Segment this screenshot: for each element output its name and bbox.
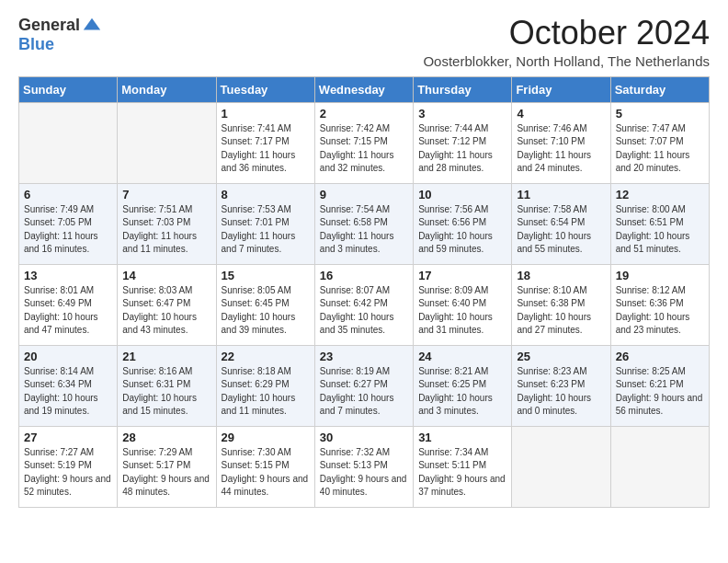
day-number: 14: [122, 269, 210, 282]
calendar-day-cell: 20Sunrise: 8:14 AMSunset: 6:34 PMDayligh…: [19, 345, 118, 426]
calendar-day-cell: 4Sunrise: 7:46 AMSunset: 7:10 PMDaylight…: [512, 102, 610, 183]
calendar-day-cell: 17Sunrise: 8:09 AMSunset: 6:40 PMDayligh…: [414, 264, 512, 345]
day-info: Sunrise: 8:03 AMSunset: 6:47 PMDaylight:…: [122, 284, 210, 338]
day-number: 12: [616, 188, 704, 201]
day-number: 20: [24, 350, 112, 363]
logo: General Blue: [18, 15, 102, 54]
calendar-day-cell: 22Sunrise: 8:18 AMSunset: 6:29 PMDayligh…: [216, 345, 314, 426]
day-info: Sunrise: 8:16 AMSunset: 6:31 PMDaylight:…: [122, 365, 210, 419]
calendar-day-cell: 21Sunrise: 8:16 AMSunset: 6:31 PMDayligh…: [118, 345, 216, 426]
month-title: October 2024: [423, 15, 710, 52]
day-number: 6: [24, 188, 112, 201]
day-info: Sunrise: 7:44 AMSunset: 7:12 PMDaylight:…: [418, 122, 506, 176]
day-info: Sunrise: 7:30 AMSunset: 5:15 PMDaylight:…: [222, 446, 310, 500]
day-number: 22: [222, 350, 310, 363]
day-info: Sunrise: 7:49 AMSunset: 7:05 PMDaylight:…: [24, 203, 112, 257]
day-info: Sunrise: 7:47 AMSunset: 7:07 PMDaylight:…: [616, 122, 704, 176]
day-number: 5: [616, 107, 704, 121]
calendar-day-cell: 26Sunrise: 8:25 AMSunset: 6:21 PMDayligh…: [610, 345, 709, 426]
day-info: Sunrise: 8:19 AMSunset: 6:27 PMDaylight:…: [320, 365, 408, 419]
day-number: 30: [320, 431, 408, 444]
day-number: 7: [122, 188, 210, 201]
day-number: 15: [222, 269, 310, 282]
calendar-day-cell: 8Sunrise: 7:53 AMSunset: 7:01 PMDaylight…: [216, 183, 314, 264]
weekday-header: Wednesday: [314, 76, 413, 102]
day-number: 25: [517, 350, 605, 363]
calendar-day-cell: 11Sunrise: 7:58 AMSunset: 6:54 PMDayligh…: [512, 183, 610, 264]
day-number: 24: [418, 350, 506, 363]
calendar-week-row: 6Sunrise: 7:49 AMSunset: 7:05 PMDaylight…: [19, 183, 710, 264]
location-title: Oosterblokker, North Holland, The Nether…: [423, 53, 710, 69]
day-number: 16: [320, 269, 408, 282]
calendar-day-cell: 14Sunrise: 8:03 AMSunset: 6:47 PMDayligh…: [118, 264, 216, 345]
calendar-day-cell: 12Sunrise: 8:00 AMSunset: 6:51 PMDayligh…: [610, 183, 709, 264]
day-info: Sunrise: 7:56 AMSunset: 6:56 PMDaylight:…: [418, 203, 506, 257]
calendar-day-cell: 31Sunrise: 7:34 AMSunset: 5:11 PMDayligh…: [414, 426, 512, 507]
day-number: 21: [122, 350, 210, 363]
calendar-week-row: 13Sunrise: 8:01 AMSunset: 6:49 PMDayligh…: [19, 264, 710, 345]
day-number: 8: [222, 188, 310, 201]
calendar-day-cell: [610, 426, 709, 507]
day-info: Sunrise: 7:42 AMSunset: 7:15 PMDaylight:…: [320, 122, 408, 176]
calendar-week-row: 27Sunrise: 7:27 AMSunset: 5:19 PMDayligh…: [19, 426, 710, 507]
day-number: 28: [122, 431, 210, 444]
day-info: Sunrise: 8:05 AMSunset: 6:45 PMDaylight:…: [222, 284, 310, 338]
calendar-day-cell: 2Sunrise: 7:42 AMSunset: 7:15 PMDaylight…: [314, 102, 413, 183]
calendar-day-cell: 5Sunrise: 7:47 AMSunset: 7:07 PMDaylight…: [610, 102, 709, 183]
day-info: Sunrise: 8:18 AMSunset: 6:29 PMDaylight:…: [222, 365, 310, 419]
day-number: 4: [517, 107, 605, 121]
day-info: Sunrise: 8:01 AMSunset: 6:49 PMDaylight:…: [24, 284, 112, 338]
svg-marker-0: [84, 18, 100, 30]
calendar-day-cell: 30Sunrise: 7:32 AMSunset: 5:13 PMDayligh…: [314, 426, 413, 507]
calendar-day-cell: 28Sunrise: 7:29 AMSunset: 5:17 PMDayligh…: [118, 426, 216, 507]
calendar-body: 1Sunrise: 7:41 AMSunset: 7:17 PMDaylight…: [19, 102, 710, 507]
header: General Blue October 2024 Oosterblokker,…: [18, 15, 710, 69]
day-info: Sunrise: 7:51 AMSunset: 7:03 PMDaylight:…: [122, 203, 210, 257]
day-info: Sunrise: 7:29 AMSunset: 5:17 PMDaylight:…: [122, 446, 210, 500]
day-number: 23: [320, 350, 408, 363]
day-number: 11: [517, 188, 605, 201]
calendar-table: SundayMondayTuesdayWednesdayThursdayFrid…: [18, 76, 710, 508]
day-info: Sunrise: 8:07 AMSunset: 6:42 PMDaylight:…: [320, 284, 408, 338]
day-number: 19: [616, 269, 704, 282]
day-info: Sunrise: 8:09 AMSunset: 6:40 PMDaylight:…: [418, 284, 506, 338]
day-info: Sunrise: 7:32 AMSunset: 5:13 PMDaylight:…: [320, 446, 408, 500]
weekday-header: Friday: [512, 76, 610, 102]
logo-general-text: General: [18, 16, 80, 35]
day-number: 9: [320, 188, 408, 201]
day-info: Sunrise: 8:25 AMSunset: 6:21 PMDaylight:…: [616, 365, 704, 419]
calendar-day-cell: 24Sunrise: 8:21 AMSunset: 6:25 PMDayligh…: [414, 345, 512, 426]
calendar-day-cell: [118, 102, 216, 183]
page: General Blue October 2024 Oosterblokker,…: [0, 0, 728, 523]
day-info: Sunrise: 8:21 AMSunset: 6:25 PMDaylight:…: [418, 365, 506, 419]
weekday-header: Monday: [118, 76, 216, 102]
day-info: Sunrise: 7:58 AMSunset: 6:54 PMDaylight:…: [517, 203, 605, 257]
day-number: 13: [24, 269, 112, 282]
calendar-day-cell: 19Sunrise: 8:12 AMSunset: 6:36 PMDayligh…: [610, 264, 709, 345]
calendar-day-cell: 3Sunrise: 7:44 AMSunset: 7:12 PMDaylight…: [414, 102, 512, 183]
day-info: Sunrise: 8:14 AMSunset: 6:34 PMDaylight:…: [24, 365, 112, 419]
day-info: Sunrise: 7:41 AMSunset: 7:17 PMDaylight:…: [222, 122, 310, 176]
calendar-day-cell: 27Sunrise: 7:27 AMSunset: 5:19 PMDayligh…: [19, 426, 118, 507]
day-info: Sunrise: 8:10 AMSunset: 6:38 PMDaylight:…: [517, 284, 605, 338]
calendar-day-cell: 13Sunrise: 8:01 AMSunset: 6:49 PMDayligh…: [19, 264, 118, 345]
logo-icon: [82, 15, 102, 35]
day-info: Sunrise: 7:53 AMSunset: 7:01 PMDaylight:…: [222, 203, 310, 257]
weekday-header: Tuesday: [216, 76, 314, 102]
calendar-day-cell: 7Sunrise: 7:51 AMSunset: 7:03 PMDaylight…: [118, 183, 216, 264]
day-number: 31: [418, 431, 506, 444]
calendar-day-cell: 10Sunrise: 7:56 AMSunset: 6:56 PMDayligh…: [414, 183, 512, 264]
day-number: 18: [517, 269, 605, 282]
calendar-day-cell: 16Sunrise: 8:07 AMSunset: 6:42 PMDayligh…: [314, 264, 413, 345]
calendar-day-cell: 18Sunrise: 8:10 AMSunset: 6:38 PMDayligh…: [512, 264, 610, 345]
calendar-day-cell: 29Sunrise: 7:30 AMSunset: 5:15 PMDayligh…: [216, 426, 314, 507]
weekday-header: Saturday: [610, 76, 709, 102]
day-info: Sunrise: 8:12 AMSunset: 6:36 PMDaylight:…: [616, 284, 704, 338]
calendar-day-cell: 1Sunrise: 7:41 AMSunset: 7:17 PMDaylight…: [216, 102, 314, 183]
day-info: Sunrise: 7:34 AMSunset: 5:11 PMDaylight:…: [418, 446, 506, 500]
day-number: 10: [418, 188, 506, 201]
day-number: 29: [222, 431, 310, 444]
day-number: 17: [418, 269, 506, 282]
day-number: 27: [24, 431, 112, 444]
day-number: 2: [320, 107, 408, 121]
